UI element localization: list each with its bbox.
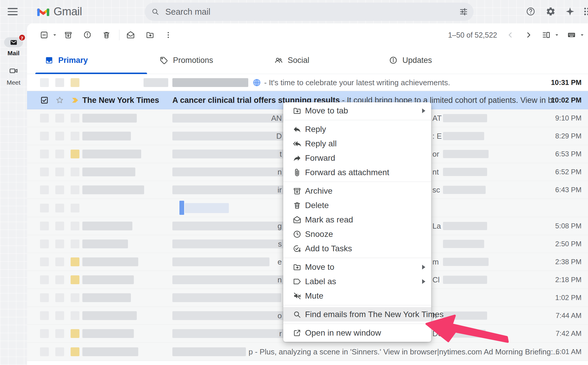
redacted-sender	[82, 275, 134, 284]
newer-page-button[interactable]	[504, 29, 517, 41]
settings-button[interactable]	[543, 4, 559, 19]
menu-item-open-in-new-window[interactable]: Open in new window	[283, 326, 431, 340]
redacted-block	[40, 204, 49, 212]
move-to-button[interactable]	[144, 29, 156, 41]
email-row[interactable]: p - Plus, analyzing a scene in 'Sinners.…	[27, 343, 588, 361]
menu-item-mute[interactable]: Mute	[283, 289, 431, 303]
menu-item-add-to-tasks[interactable]: Add to Tasks	[283, 241, 431, 256]
redacted-sender	[82, 311, 137, 320]
menu-item-archive[interactable]: Archive	[283, 184, 431, 198]
redacted-block	[40, 240, 49, 248]
redacted-snippet	[172, 293, 281, 302]
redacted-subject	[172, 347, 246, 356]
redacted-block	[71, 329, 79, 338]
email-time: 9:10 PM	[555, 114, 582, 122]
split-pane-dropdown[interactable]	[550, 29, 563, 41]
report-spam-icon	[83, 31, 92, 39]
redacted-block	[55, 240, 64, 248]
email-snippet: - It's time to celebrate your latest wri…	[264, 78, 450, 87]
redacted-block	[71, 222, 79, 230]
menu-item-reply[interactable]: Reply	[283, 122, 431, 136]
redacted-block	[71, 185, 79, 194]
search-icon	[293, 310, 302, 319]
snippet-fragment: ir	[262, 185, 282, 195]
email-time: 6:43 PM	[555, 186, 582, 194]
folder-move-icon	[293, 263, 302, 272]
email-time: 2:38 PM	[555, 258, 582, 266]
redacted-block	[40, 329, 49, 338]
task-add-icon	[293, 244, 302, 253]
tab-promotions[interactable]: Promotions	[142, 46, 256, 74]
menu-item-find-emails-from-the-new-york-times[interactable]: Find emails from The New York Times	[283, 307, 431, 322]
redacted-snippet	[172, 257, 269, 266]
redacted-block	[40, 132, 49, 140]
redacted-block	[71, 132, 79, 140]
delete-button[interactable]	[100, 29, 113, 41]
input-tools-dropdown[interactable]	[576, 29, 588, 41]
inbox-icon	[45, 56, 54, 65]
select-dropdown[interactable]	[48, 29, 61, 41]
menu-item-forward-as-attachment[interactable]: Forward as attachment	[283, 165, 431, 180]
paperclip-icon	[293, 168, 302, 177]
older-page-button[interactable]	[522, 29, 535, 41]
snippet-fragment: D	[262, 132, 282, 141]
redacted-block	[40, 275, 49, 284]
tab-primary[interactable]: Primary	[27, 46, 142, 74]
importance-marker-icon	[71, 96, 79, 105]
tag-icon	[159, 56, 168, 65]
top-bar: Gmail	[0, 0, 588, 24]
menu-item-mark-as-read[interactable]: Mark as read	[283, 212, 431, 227]
search-options-icon[interactable]	[459, 7, 468, 16]
menu-item-snooze[interactable]: Snooze	[283, 227, 431, 241]
snippet-fragment: m	[432, 257, 439, 267]
list-toolbar: 1–50 of 52,522	[27, 24, 588, 46]
report-spam-button[interactable]	[81, 29, 94, 41]
snippet-fragment: De	[432, 329, 442, 338]
redacted-block	[55, 222, 64, 230]
apps-grid-icon	[583, 6, 588, 16]
search-bar[interactable]	[145, 3, 474, 21]
redacted-block	[40, 78, 49, 87]
email-snippet: p - Plus, analyzing a scene in 'Sinners.…	[249, 347, 559, 356]
menu-item-move-to[interactable]: Move to	[283, 260, 431, 274]
tab-label: Updates	[402, 56, 432, 65]
redacted-snippet	[443, 312, 487, 320]
redacted-sender	[82, 185, 144, 194]
redacted-block	[71, 240, 79, 248]
people-icon	[274, 56, 283, 65]
redacted-sender	[82, 293, 131, 302]
menu-item-forward[interactable]: Forward	[283, 151, 431, 165]
context-menu: Move to tabReplyReply allForwardForward …	[283, 102, 431, 342]
redacted-snippet	[443, 240, 484, 248]
tab-updates[interactable]: Updates	[371, 46, 486, 74]
more-options-button[interactable]	[162, 29, 175, 41]
archive-button[interactable]	[62, 29, 75, 41]
snippet-fragment: Cl	[432, 275, 440, 284]
email-time: 6:53 PM	[555, 150, 582, 158]
apps-grid-button[interactable]	[580, 4, 588, 19]
help-button[interactable]	[523, 4, 539, 19]
gemini-button[interactable]	[562, 4, 578, 19]
email-time: 6:52 PM	[555, 168, 582, 176]
chevron-right-icon	[524, 31, 533, 39]
menu-item-label-as[interactable]: Label as	[283, 274, 431, 289]
redacted-block	[40, 185, 49, 194]
search-icon[interactable]	[151, 8, 159, 16]
nav-mail[interactable]: 7 Mail	[0, 37, 27, 57]
read-icon	[293, 215, 302, 224]
nav-meet[interactable]: Meet	[0, 66, 27, 86]
email-row[interactable]: - It's time to celebrate your latest wri…	[27, 74, 588, 91]
redacted-sender	[144, 78, 168, 87]
menu-item-label: Find emails from The New York Times	[305, 310, 444, 319]
snippet-fragment: g	[262, 222, 282, 231]
menu-item-move-to-tab[interactable]: Move to tab	[283, 103, 431, 118]
mark-read-button[interactable]	[124, 29, 137, 41]
hamburger-menu-icon[interactable]	[8, 8, 18, 16]
menu-item-delete[interactable]: Delete	[283, 198, 431, 212]
redacted-block	[55, 150, 64, 158]
redacted-snippet	[443, 258, 489, 266]
tab-label: Promotions	[173, 56, 213, 65]
menu-item-reply-all[interactable]: Reply all	[283, 136, 431, 151]
tab-social[interactable]: Social	[256, 46, 371, 74]
search-input[interactable]	[165, 7, 459, 17]
